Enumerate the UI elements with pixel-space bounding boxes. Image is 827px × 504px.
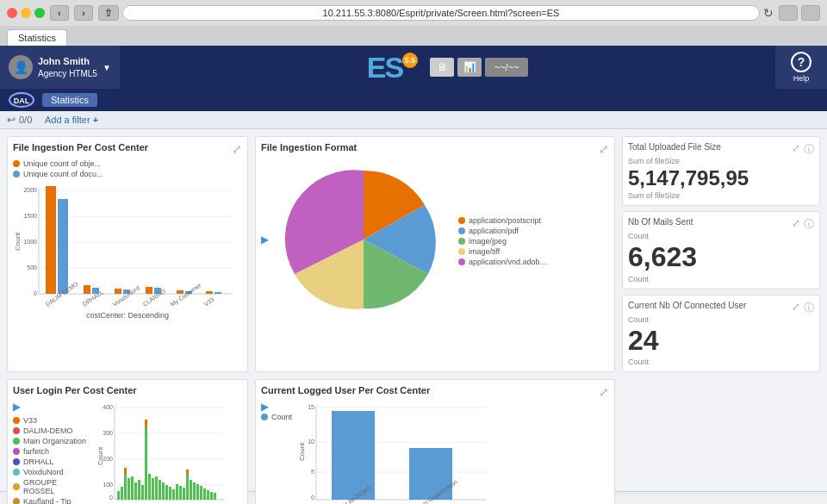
svg-rect-45 [121,487,123,500]
add-filter-link[interactable]: Add a filter + [45,115,98,125]
svg-rect-18 [115,289,121,294]
svg-rect-16 [84,285,90,294]
svg-rect-44 [117,491,120,500]
expand-icon-2[interactable]: ⤢ [599,142,609,156]
svg-rect-54 [145,420,147,426]
svg-text:2000: 2000 [23,187,37,193]
ul-label-8: Kaufland - Tip [23,497,72,504]
logged-legend-item: Count [261,413,292,421]
maximize-button[interactable] [34,8,45,18]
close-button[interactable] [7,8,17,18]
expand-icon-6[interactable]: ⤢ [599,385,609,399]
chart-title-2: File Ingestion Format [261,142,357,152]
file-size-actions: ⤢ ⓘ [792,142,814,157]
mails-panel: Nb Of Mails Sent ⤢ ⓘ Count 6,623 Count [622,211,820,289]
svg-rect-61 [169,487,171,500]
pie-arrow-icon[interactable]: ▶ [261,233,269,246]
expand-icon-4[interactable]: ⤢ [792,217,800,232]
svg-text:500: 500 [27,264,37,271]
svg-rect-71 [200,486,202,500]
file-size-title: Total Uploaded File Size [628,142,721,157]
svg-rect-25 [215,292,221,294]
chart-title-5: User Login Per Cost Center [13,385,137,395]
main-content: File Ingestion Per Cost Center ⤢ Unique … [0,129,827,491]
pie-label-3: image/jpeg [469,237,507,246]
pie-label-4: image/tiff [469,247,500,256]
user-login-panel: User Login Per Cost Center ▶ V33 DALIM-D… [7,379,248,504]
minimize-button[interactable] [21,8,31,18]
download-button[interactable] [779,5,798,21]
pie-legend-item-5: application/vnd.adob... [458,258,546,266]
info-icon-5[interactable]: ⓘ [804,301,814,315]
user-info: John Smith Agency HTML5 [38,55,97,78]
pie-label-5: application/vnd.adob... [469,258,546,266]
back-nav-button[interactable]: ‹ [50,5,69,21]
svg-text:V33: V33 [203,296,215,308]
file-size-sub: Sum of fileSize [628,191,814,200]
ul-label-1: V33 [23,416,37,425]
brand-logo: DAL [7,90,37,109]
legend-label-1b: Unique count of docu... [23,170,103,178]
app: 👤 John Smith Agency HTML5 ▼ ES 5.5 🖥 📊 ~… [0,46,827,495]
svg-text:400: 400 [103,404,113,410]
pie-dot-5 [458,258,465,265]
svg-rect-57 [155,476,158,500]
ul-legend-main: Main Organization [13,437,90,445]
pie-svg [277,158,450,321]
ul-label-4: farfetch [23,447,49,456]
ul-legend-drhall: DRHALL [13,457,90,466]
svg-rect-63 [176,484,178,500]
expand-icon-5[interactable]: ⤢ [792,301,800,315]
reload-button[interactable]: ↻ [763,6,774,20]
expand-icon-3[interactable]: ⤢ [792,142,800,157]
legend-1: Unique count of obje... Unique count of … [13,159,242,178]
svg-text:VoixduNord: VoixduNord [112,284,141,308]
svg-text:0: 0 [311,495,314,501]
logged-user-content: ▶ Count Count 15 10 5 [261,401,609,504]
user-login-arrow[interactable]: ▶ [13,401,21,413]
ul-label-5: DRHALL [23,457,54,466]
svg-rect-48 [127,478,130,500]
toolbar: ↩ 0/0 Add a filter + [0,111,827,129]
svg-rect-74 [210,492,213,500]
svg-rect-24 [206,291,213,294]
logged-dot [261,414,268,420]
pie-label-1: application/postscript [469,216,541,225]
back-icon[interactable]: ↩ [7,114,16,126]
help-area[interactable]: ? Help [775,46,827,89]
svg-text:Count: Count [14,232,22,251]
logged-arrow[interactable]: ▶ [261,401,269,413]
info-icon-4[interactable]: ⓘ [804,217,814,232]
ul-dot-4 [13,448,20,455]
logo-area: ES 5.5 🖥 📊 ~~/~~ [120,51,775,84]
pie-legend: application/postscript application/pdf i… [458,216,546,266]
svg-rect-46 [124,474,127,500]
panel-header-1: File Ingestion Per Cost Center ⤢ [13,142,242,156]
ul-label-7: GROUPE ROSSEL [23,478,90,495]
statistics-tab[interactable]: Statistics [42,93,97,107]
svg-text:1500: 1500 [23,213,37,219]
user-agency: Agency HTML5 [38,68,97,79]
fullscreen-button[interactable] [801,5,820,21]
pie-dot-4 [458,248,465,255]
chevron-down-icon: ▼ [103,63,111,72]
svg-text:0: 0 [109,495,113,501]
browser-chrome: ‹ › ⇧ 10.211.55.3:8080/Esprit/private/Sc… [0,0,827,46]
file-size-header: Total Uploaded File Size ⤢ ⓘ [628,142,814,157]
expand-icon-1[interactable]: ⤢ [232,142,242,156]
info-icon-3[interactable]: ⓘ [804,142,814,157]
ul-dot-2 [13,427,20,434]
url-bar[interactable]: 10.211.55.3:8080/Esprit/private/Screen.h… [122,5,760,21]
share-button[interactable]: ⇧ [98,5,119,21]
browser-toolbar: ‹ › ⇧ 10.211.55.3:8080/Esprit/private/Sc… [0,0,827,26]
active-tab[interactable]: Statistics [7,29,67,46]
pie-dot-3 [458,238,465,245]
pie-legend-item-3: image/jpeg [458,237,546,246]
svg-rect-55 [148,474,151,500]
svg-rect-50 [134,482,137,500]
connected-header: Current Nb Of Connected User ⤢ ⓘ [628,301,814,315]
forward-nav-button[interactable]: › [74,5,93,21]
svg-rect-14 [46,186,56,294]
filter-plus-icon: + [93,115,98,125]
legend-label-1a: Unique count of obje... [23,159,101,168]
